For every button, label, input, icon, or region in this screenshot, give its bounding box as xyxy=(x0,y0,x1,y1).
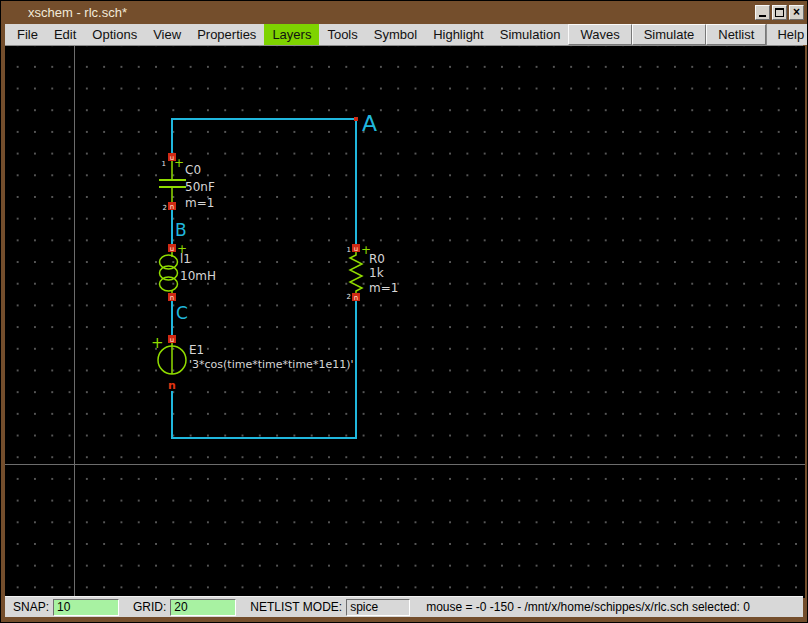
resistor-r0[interactable]: u n 1 2 + R0 1k m=1 xyxy=(347,243,399,302)
xschem-window: xschem - rlc.sch* × File Edit Options Vi… xyxy=(0,0,808,623)
menu-symbol[interactable]: Symbol xyxy=(366,24,425,45)
wire-end-marker xyxy=(354,117,358,121)
vsource-e1[interactable]: u + n E1 '3*cos(time*time*time*1e11)' xyxy=(151,334,353,392)
netlist-button[interactable]: Netlist xyxy=(706,24,766,45)
maximize-button[interactable] xyxy=(772,5,787,20)
menu-properties[interactable]: Properties xyxy=(189,24,264,45)
inductor-coil-2 xyxy=(160,266,178,280)
inductor-pin-top-name: u xyxy=(170,245,174,253)
inductor-coil-1 xyxy=(160,255,178,269)
snap-label: SNAP: xyxy=(13,600,49,614)
capacitor-plus-sign: + xyxy=(174,156,184,170)
menu-view[interactable]: View xyxy=(145,24,189,45)
menubar: File Edit Options View Properties Layers… xyxy=(5,24,803,46)
capacitor-value: 50nF xyxy=(185,180,215,194)
resistor-mult: m=1 xyxy=(369,281,398,295)
simulate-button[interactable]: Simulate xyxy=(632,24,707,45)
snap-input[interactable] xyxy=(53,599,119,616)
menu-highlight[interactable]: Highlight xyxy=(425,24,492,45)
grid-input[interactable] xyxy=(170,599,236,616)
inductor-l1[interactable]: u n + l1 10mH xyxy=(160,242,216,302)
waves-button[interactable]: Waves xyxy=(568,24,631,45)
close-button[interactable]: × xyxy=(789,5,804,20)
window-title: xschem - rlc.sch* xyxy=(28,5,127,20)
titlebar[interactable]: xschem - rlc.sch* × xyxy=(1,1,807,24)
maximize-icon xyxy=(775,8,784,17)
resistor-zigzag xyxy=(350,252,362,293)
vsource-pin-top-name: u xyxy=(170,336,174,344)
capacitor-ref: C0 xyxy=(185,163,201,177)
capacitor-pin1-number: 1 xyxy=(162,160,166,168)
minimize-icon xyxy=(759,15,766,17)
menu-edit[interactable]: Edit xyxy=(46,24,84,45)
grid-label: GRID: xyxy=(133,600,166,614)
window-controls: × xyxy=(755,5,804,20)
help-button[interactable]: Help xyxy=(766,24,808,45)
vsource-plus-sign: + xyxy=(151,334,164,352)
node-label-a[interactable]: A xyxy=(362,111,377,136)
resistor-pin1-number: 1 xyxy=(347,246,351,254)
menu-options[interactable]: Options xyxy=(84,24,145,45)
menu-simulation[interactable]: Simulation xyxy=(492,24,569,45)
resistor-ref: R0 xyxy=(369,252,385,266)
menu-layers[interactable]: Layers xyxy=(264,24,319,45)
resistor-pin2-number: 2 xyxy=(347,293,351,301)
inductor-ref: l1 xyxy=(180,252,191,266)
netlist-mode-input[interactable] xyxy=(346,599,410,616)
netlist-mode-label: NETLIST MODE: xyxy=(250,600,342,614)
resistor-value: 1k xyxy=(369,266,384,280)
capacitor-pin2-number: 2 xyxy=(163,204,167,212)
capacitor-pin-bottom-name: n xyxy=(170,203,174,211)
vsource-value: '3*cos(time*time*time*1e11)' xyxy=(189,358,353,371)
menu-tools[interactable]: Tools xyxy=(319,24,365,45)
menu-file[interactable]: File xyxy=(9,24,46,45)
inductor-value: 10mH xyxy=(180,269,216,283)
resistor-pin-top-name: u xyxy=(354,245,358,253)
schematic-canvas[interactable]: A B C u n 1 2 + C0 50nF m=1 xyxy=(5,46,805,598)
inductor-pin-bottom-name: n xyxy=(170,294,174,302)
vsource-ref: E1 xyxy=(189,343,204,357)
vsource-pin-bottom-name: n xyxy=(168,379,176,392)
node-label-b[interactable]: B xyxy=(175,220,187,240)
statusbar-info: mouse = -0 -150 - /mnt/x/home/schippes/x… xyxy=(426,600,750,614)
minimize-button[interactable] xyxy=(755,5,770,20)
close-icon: × xyxy=(790,5,803,20)
inductor-coil-3 xyxy=(160,277,178,291)
schematic-drawing: A B C u n 1 2 + C0 50nF m=1 xyxy=(5,46,805,598)
capacitor-c0[interactable]: u n 1 2 + C0 50nF m=1 xyxy=(159,153,215,212)
resistor-pin-bottom-name: n xyxy=(354,294,358,302)
capacitor-mult: m=1 xyxy=(185,196,214,210)
statusbar: SNAP: GRID: NETLIST MODE: mouse = -0 -15… xyxy=(5,596,803,617)
node-label-c[interactable]: C xyxy=(176,303,188,323)
